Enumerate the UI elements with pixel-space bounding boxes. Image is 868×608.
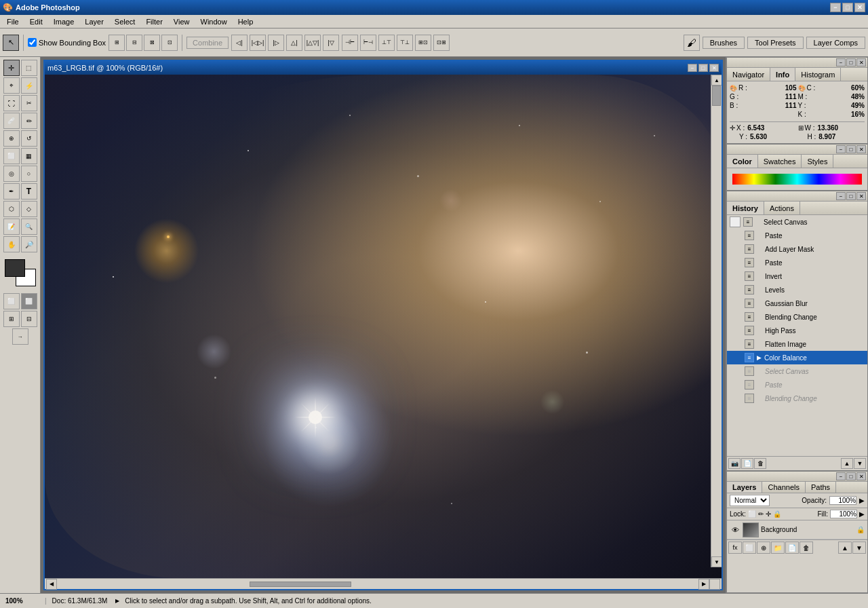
opacity-arrow[interactable]: ▶ (859, 497, 865, 504)
history-tab[interactable]: History (727, 202, 764, 214)
history-item-select-canvas-1[interactable]: ≡ Select Canvas (727, 215, 867, 229)
history-item-paste-1[interactable]: ≡ Paste (727, 229, 867, 242)
eyedropper-tool[interactable]: 🔍 (21, 218, 37, 235)
history-item-blending-change-1[interactable]: ≡ Blending Change (727, 310, 867, 324)
layer-visibility-eye[interactable]: 👁 (730, 525, 741, 535)
history-close-btn[interactable]: ✕ (856, 192, 866, 200)
lock-all-btn[interactable]: 🔒 (773, 510, 781, 518)
navigator-tab[interactable]: Navigator (727, 68, 770, 81)
canvas-maximize[interactable]: □ (698, 64, 708, 72)
slice-tool[interactable]: ✂ (21, 95, 37, 111)
scroll-right-button[interactable]: ▶ (698, 579, 709, 590)
shape-tool-b[interactable]: ◇ (21, 201, 37, 217)
dist-2[interactable]: ⊢⊣ (360, 35, 376, 51)
canvas-body[interactable]: ▲ ▼ (45, 75, 722, 578)
text-tool[interactable]: T (21, 183, 37, 200)
color-swatches[interactable] (5, 259, 36, 286)
history-item-add-layer-mask[interactable]: ≡ Add Layer Mask (727, 242, 867, 256)
layers-scroll-up[interactable]: ▲ (838, 542, 852, 554)
histogram-tab[interactable]: Histogram (795, 68, 841, 81)
vscroll-track[interactable] (711, 86, 722, 556)
canvas-minimize[interactable]: − (688, 64, 697, 72)
align-left[interactable]: ◁| (231, 35, 248, 51)
align-center-h[interactable]: |◁▷| (250, 35, 266, 51)
new-group-btn[interactable]: 📁 (771, 542, 785, 554)
history-item-color-balance[interactable]: ≡ ▶ Color Balance (727, 351, 867, 364)
scroll-up-button[interactable]: ▲ (711, 75, 722, 86)
paths-tab[interactable]: Paths (806, 482, 836, 493)
info-tab[interactable]: Info (770, 68, 795, 81)
move-tool[interactable]: ✛ (3, 60, 20, 76)
transform-btn-2[interactable]: ⊟ (126, 35, 142, 51)
color-tab[interactable]: Color (727, 155, 758, 168)
new-fill-btn[interactable]: ⊕ (757, 542, 770, 554)
info-close-btn[interactable]: ✕ (856, 58, 866, 66)
lock-transparent-btn[interactable]: ⬜ (748, 510, 756, 518)
transform-btn-1[interactable]: ⊞ (108, 35, 125, 51)
lasso-tool[interactable]: ⌖ (3, 77, 20, 94)
gradient-tool[interactable]: ▦ (21, 148, 37, 164)
align-center-v[interactable]: |△▽| (304, 35, 321, 51)
lock-position-btn[interactable]: ✛ (766, 510, 771, 518)
close-button[interactable]: ✕ (854, 3, 865, 12)
menu-layer[interactable]: Layer (79, 15, 109, 28)
blend-mode-select[interactable]: Normal (730, 495, 770, 506)
info-minimize-btn[interactable]: − (836, 58, 846, 66)
lock-image-btn[interactable]: ✏ (758, 510, 764, 518)
history-new-snapshot[interactable]: 📷 (728, 458, 741, 469)
dist-3[interactable]: ⊥⊤ (378, 35, 395, 51)
history-item-blending-change-2[interactable]: ≡ Blending Change (727, 392, 867, 405)
layers-scroll-down[interactable]: ▼ (852, 542, 866, 554)
history-create-doc[interactable]: 📄 (741, 458, 753, 469)
delete-layer-btn[interactable]: 🗑 (800, 542, 813, 554)
hscroll-thumb[interactable] (250, 582, 351, 587)
vscroll-thumb[interactable] (712, 86, 721, 106)
transform-btn-4[interactable]: ⊡ (161, 35, 178, 51)
pen-tool[interactable]: ✒ (3, 183, 20, 200)
vertical-scrollbar[interactable]: ▲ ▼ (711, 75, 722, 567)
menu-view[interactable]: View (168, 15, 195, 28)
scroll-down-button[interactable]: ▼ (711, 556, 722, 567)
styles-tab[interactable]: Styles (802, 155, 833, 168)
layers-tab[interactable]: Layers (727, 482, 762, 493)
swatches-tab[interactable]: Swatches (758, 155, 802, 168)
show-bounding-checkbox[interactable] (28, 38, 37, 47)
foreground-color-swatch[interactable] (5, 259, 25, 277)
history-item-gaussian-blur[interactable]: ≡ Gaussian Blur (727, 297, 867, 310)
history-delete[interactable]: 🗑 (754, 458, 766, 469)
history-item-paste-2[interactable]: ≡ Paste (727, 256, 867, 269)
history-brush[interactable]: ↺ (21, 130, 37, 147)
shape-tool-a[interactable]: ⬡ (3, 201, 20, 217)
brushes-tab[interactable]: Brushes (703, 37, 745, 49)
history-scroll-down[interactable]: ▼ (854, 458, 866, 469)
crop-tool[interactable]: ⛶ (3, 95, 20, 111)
horizontal-scrollbar[interactable]: ◀ ▶ (45, 578, 722, 589)
canvas-close[interactable]: ✕ (709, 64, 719, 72)
fill-input[interactable] (830, 510, 857, 518)
new-layer-btn[interactable]: 📄 (785, 542, 799, 554)
brush-preset-icon[interactable]: 🖌 (684, 35, 700, 51)
selection-tool[interactable]: ⬚ (21, 60, 37, 76)
menu-image[interactable]: Image (48, 15, 80, 28)
opacity-input[interactable] (829, 496, 856, 505)
notes-tool[interactable]: 📝 (3, 218, 20, 235)
history-item-invert[interactable]: ≡ Invert (727, 269, 867, 283)
zoom-tool[interactable]: 🔎 (21, 236, 37, 252)
quick-mask-off[interactable]: ⬜ (3, 293, 20, 309)
dist-4[interactable]: ⊤⊥ (397, 35, 413, 51)
dodge-tool[interactable]: ○ (21, 166, 37, 182)
menu-help[interactable]: Help (233, 15, 259, 28)
dist-6[interactable]: ⊡⊞ (433, 35, 450, 51)
combine-button[interactable]: Combine (186, 37, 229, 49)
hand-tool[interactable]: ✋ (3, 236, 20, 252)
blur-tool[interactable]: ◎ (3, 166, 20, 182)
history-item-levels[interactable]: ≡ Levels (727, 283, 867, 297)
menu-filter[interactable]: Filter (140, 15, 167, 28)
history-item-paste-3[interactable]: ≡ Paste (727, 378, 867, 392)
transform-btn-3[interactable]: ⊠ (144, 35, 160, 51)
layers-minimize-btn[interactable]: − (836, 472, 846, 480)
jump-to-imageready[interactable]: → (12, 328, 28, 345)
history-item-flatten-image[interactable]: ≡ Flatten Image (727, 337, 867, 351)
color-minimize-btn[interactable]: − (836, 145, 846, 153)
minimize-button[interactable]: − (830, 3, 841, 12)
